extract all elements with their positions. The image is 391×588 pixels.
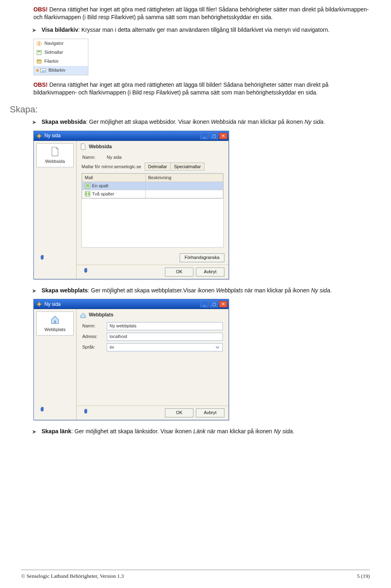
nav-item-sidmallar[interactable]: Sidmallar xyxy=(34,48,88,57)
row-namn: Namn: Ny webbplats xyxy=(77,321,228,331)
title-buttons: _ ▢ ✕ xyxy=(200,133,228,139)
row-namn: Namn: Ny sida xyxy=(77,152,228,162)
page-icon xyxy=(50,146,60,157)
side-panel: Webbsida xyxy=(34,141,77,279)
button-row: OK Avbryt xyxy=(77,265,228,279)
hand-row xyxy=(34,405,76,414)
bullet-list-skapa2: Skapa webbplats: Ger möjlighet att skapa… xyxy=(21,287,370,294)
hand-icon xyxy=(40,255,45,260)
side-card-webbsida[interactable]: Webbsida xyxy=(36,143,74,167)
svg-rect-2 xyxy=(38,51,41,52)
house-icon xyxy=(80,312,86,318)
txt: : Ger möjlighet att skapa webbsidor. Vis… xyxy=(86,118,211,125)
maximize-button[interactable]: ▢ xyxy=(210,301,218,307)
main-panel: Webbsida Namn: Ny sida Mallar för mirror… xyxy=(77,141,228,279)
bullet-list-skapa1: Skapa webbsida: Ger möjlighet att skapa … xyxy=(21,118,370,126)
name-value[interactable]: Ny sida xyxy=(107,154,122,161)
name-input[interactable]: Ny webbplats xyxy=(107,322,223,330)
label-namn: Namn: xyxy=(82,323,107,329)
bullet-skapa-lank: Skapa länk: Ger möjlighet att skapa länk… xyxy=(33,428,370,435)
em: Ny sida xyxy=(274,428,293,434)
bullet-visa-bildarkiv: Visa bildarkiv: Kryssar man i detta alte… xyxy=(33,26,370,34)
ok-button[interactable]: OK xyxy=(165,408,193,417)
skapa-heading: Skapa: xyxy=(10,103,370,116)
cancel-button[interactable]: Avbryt xyxy=(196,268,224,276)
layout-icon xyxy=(85,191,90,197)
panel-header: Webbsida xyxy=(77,141,228,152)
side-label: Webbsida xyxy=(38,158,72,165)
grid-empty-area xyxy=(81,199,224,248)
nav-item-navigator[interactable]: Navigator xyxy=(34,39,88,48)
title-buttons: _ ▢ ✕ xyxy=(200,301,228,307)
footer-right: 5 (19) xyxy=(357,573,370,580)
txt: . xyxy=(293,428,294,434)
navigator-menu: Navigator Sidmallar Filarkiv Bildarkiv xyxy=(33,39,88,75)
txt: : Ger möjlighet att skapa webbplatser.Vi… xyxy=(88,287,216,294)
label-adress: Adress: xyxy=(82,333,107,340)
bullet-list-visa: Visa bildarkiv: Kryssar man i detta alte… xyxy=(21,26,370,34)
row-en-spalt-desc[interactable] xyxy=(145,182,223,190)
address-input[interactable]: localhost xyxy=(107,333,223,341)
hand-icon xyxy=(83,408,89,414)
side-panel: Webbplats xyxy=(34,309,77,419)
close-button[interactable]: ✕ xyxy=(219,133,227,139)
window-body: Webbsida Webbsida Namn: Ny sida Mallar f… xyxy=(34,141,228,279)
label-namn: Namn: xyxy=(82,154,107,160)
window-title: Ny sida xyxy=(44,301,61,307)
minimize-button[interactable]: _ xyxy=(200,301,209,307)
txt: när man klickar på ikonen xyxy=(206,428,274,434)
lead: Skapa webbplats xyxy=(42,287,88,294)
template-grid: Mall Beskrivning En spalt Två spalter xyxy=(81,173,224,199)
preview-button[interactable]: Förhandsgranska xyxy=(180,253,224,262)
spark-icon xyxy=(36,133,42,139)
language-select[interactable]: sv xyxy=(107,343,223,351)
obs-label: OBS! xyxy=(33,81,48,88)
chevron-down-icon xyxy=(215,345,220,350)
label-sprak: Språk: xyxy=(82,344,107,350)
cancel-button[interactable]: Avbryt xyxy=(196,408,224,417)
window-title: Ny sida xyxy=(44,132,61,139)
bullet-skapa-webbsida: Skapa webbsida: Ger möjlighet att skapa … xyxy=(33,118,370,126)
empty-area xyxy=(77,353,228,406)
titlebar: Ny sida _ ▢ ✕ xyxy=(34,299,228,309)
em: Webbsida xyxy=(211,118,236,125)
tab-delmallar[interactable]: Delmallar xyxy=(145,162,171,171)
svg-rect-11 xyxy=(88,192,90,195)
tabs: Mallar för mirror.senselogic.se Delmalla… xyxy=(81,162,228,171)
col-mall[interactable]: Mall xyxy=(82,174,146,182)
row-tva-spalter-desc[interactable] xyxy=(145,190,223,198)
minimize-button[interactable]: _ xyxy=(200,133,209,139)
lead: Skapa länk xyxy=(42,428,71,434)
nav-item-bildarkiv[interactable]: Bildarkiv xyxy=(34,66,88,75)
row-tva-spalter[interactable]: Två spalter xyxy=(82,190,146,198)
col-beskrivning[interactable]: Beskrivning xyxy=(145,174,223,182)
tab-specialmallar[interactable]: Specialmallar xyxy=(170,162,204,171)
txt: . xyxy=(330,287,332,294)
svg-rect-8 xyxy=(86,184,89,187)
side-card-webbplats[interactable]: Webbplats xyxy=(36,312,74,336)
house-icon xyxy=(50,314,60,325)
compass-icon xyxy=(36,41,42,46)
hand-icon xyxy=(83,268,89,273)
row-en-spalt[interactable]: En spalt xyxy=(82,182,146,190)
archive-icon xyxy=(36,59,42,64)
hand-row xyxy=(34,253,76,262)
bullet-list-skapa3: Skapa länk: Ger möjlighet att skapa länk… xyxy=(21,428,370,435)
obs-paragraph-1: OBS! Denna rättighet har inget att göra … xyxy=(33,6,370,21)
ok-button[interactable]: OK xyxy=(165,268,193,276)
close-button[interactable]: ✕ xyxy=(219,301,227,307)
row-adress: Adress: localhost xyxy=(77,331,228,342)
page: OBS! Denna rättighet har inget att göra … xyxy=(0,0,391,469)
maximize-button[interactable]: ▢ xyxy=(210,133,218,139)
txt: när man klickar på ikonen xyxy=(243,287,311,294)
em: Ny sida xyxy=(311,287,330,294)
obs-text-2: Denna rättighet har inget att göra med r… xyxy=(33,81,329,96)
nav-item-filarkiv[interactable]: Filarkiv xyxy=(34,57,88,66)
row-sprak: Språk: sv xyxy=(77,342,228,353)
dialog-ny-sida-webbsida: Ny sida _ ▢ ✕ Webbsida Webbsida xyxy=(33,131,229,279)
txt: : Ger möjlighet att skapa länksidor. Vis… xyxy=(71,428,193,434)
lead: Skapa webbsida xyxy=(42,118,86,125)
hand-icon xyxy=(40,406,45,412)
panel-title: Webbsida xyxy=(89,143,112,150)
rest-visa: : Kryssar man i detta alternativ ger man… xyxy=(78,26,329,33)
